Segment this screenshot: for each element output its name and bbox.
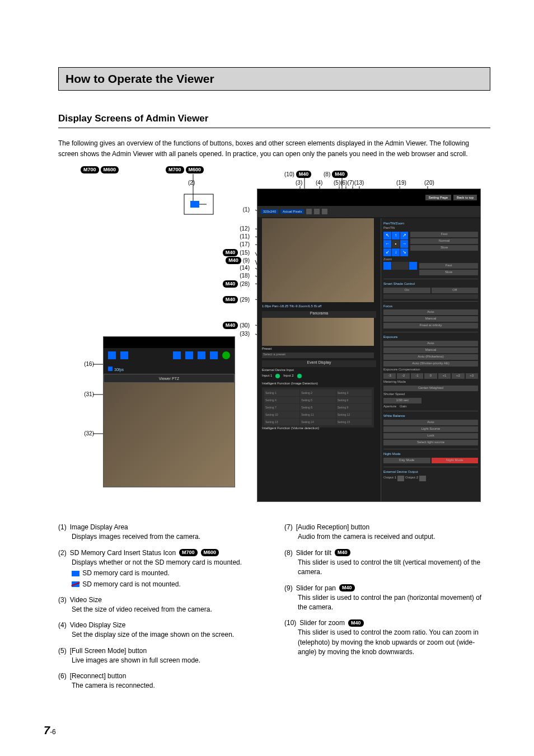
wb-auto[interactable]: Auto [383, 420, 478, 425]
preset-select[interactable]: Select a preset [262, 353, 374, 358]
back-to-top-button[interactable]: Back to top [453, 195, 477, 200]
video-size-select[interactable]: 320x240 [261, 209, 278, 214]
input2-label: Input 2 [283, 374, 293, 378]
exposure-manual[interactable]: Manual [383, 348, 478, 353]
item-title: SD Memory Card Insert Status Icon [70, 549, 176, 557]
item-body: Live images are shown in full screen mod… [58, 656, 264, 665]
exposure-flickerless[interactable]: Auto (Flickerless) [383, 354, 478, 360]
item-number: (10) [284, 619, 296, 627]
item-body: The camera is reconnected. [58, 681, 264, 691]
smart-shade-off[interactable]: Off [432, 288, 479, 293]
output1-label: Output 1 [383, 476, 396, 481]
tag-m40: M40 [339, 584, 355, 591]
input2-indicator [297, 374, 302, 378]
zoom-in-button[interactable] [383, 262, 391, 270]
tag-m40: M40 [296, 171, 312, 178]
speed-normal[interactable]: Normal [410, 238, 478, 244]
item-number: (4) [58, 621, 67, 629]
white-balance-header: White Balance [383, 414, 478, 419]
video-display-size-select[interactable]: Actual Pixels [280, 209, 304, 214]
callout-12: (12) [199, 226, 250, 232]
viewer-ptz-image[interactable] [104, 383, 235, 487]
zoom-fast[interactable]: Fast [419, 263, 478, 269]
speed-fast[interactable]: Fast [410, 232, 478, 237]
ptz-header: Pan/Tilt/Zoom [383, 222, 478, 226]
sd-card-icon [190, 201, 199, 208]
toolbar-icon[interactable] [198, 351, 205, 359]
wb-light-source[interactable]: Light Source [383, 426, 478, 432]
item-title: Slider for pan [296, 584, 336, 592]
callout-9: M40(9) [199, 257, 250, 264]
metering-select[interactable]: Center-Weighted [383, 386, 478, 391]
setting-cell: Setting 1 [264, 389, 299, 396]
reconnect-icon[interactable] [314, 209, 320, 214]
exposure-comp-label: Exposure Compensation [383, 368, 478, 372]
list-item: (5)[Full Screen Mode] buttonLive images … [58, 647, 264, 665]
toolbar-icon[interactable] [185, 351, 193, 359]
toolbar-icon[interactable] [210, 351, 218, 359]
speed-slow[interactable]: Slow [410, 245, 478, 251]
list-item: (6)[Reconnect] buttonThe camera is recon… [58, 672, 264, 691]
pan-tilt-pad[interactable]: ↖↑↗ ←•→ ↙↓↘ [383, 232, 408, 256]
tag-m40: M40 [223, 322, 238, 329]
shutter-speed-label: Shutter Speed [383, 392, 478, 397]
smart-shade-slider[interactable] [383, 294, 478, 299]
toolbar-icon[interactable] [108, 351, 116, 359]
callout-31: (31) [75, 391, 94, 397]
focus-infinity[interactable]: Fixed at infinity [383, 323, 478, 328]
figure: M700 M600 M700 M600 (10)M40(8)M40(3)(4)(… [58, 166, 490, 513]
shutter-speed-value[interactable]: 1/30 sec [383, 398, 421, 403]
smart-shade-on[interactable]: On [383, 288, 430, 293]
zoom-out-button[interactable] [409, 262, 417, 270]
intro-paragraph: The following gives an overview of the f… [58, 138, 490, 159]
tag-m600: M600 [186, 166, 204, 173]
callout-2: (2) [188, 180, 195, 186]
callout-3: (3) [296, 180, 302, 186]
item-body: Displays whether or not the SD memory ca… [58, 558, 264, 567]
audio-reception-icon[interactable] [322, 209, 327, 214]
wb-select[interactable]: Select light source [383, 440, 478, 445]
item-number: (7) [284, 523, 293, 531]
settings-grid: Setting 1Setting 2Setting 3 Setting 4Set… [262, 387, 374, 428]
setting-page-button[interactable]: Setting Page [425, 195, 451, 200]
section-heading: Display Screens of Admin Viewer [58, 113, 490, 128]
zoom-slider[interactable] [392, 262, 409, 270]
item-body: Set the size of video received from the … [58, 605, 264, 614]
output1-toggle[interactable] [397, 476, 404, 481]
fps-label: 30fps [114, 368, 124, 372]
exposure-auto[interactable]: Auto [383, 341, 478, 346]
exposure-header: Exposure [383, 335, 478, 340]
callout-19: (19) [396, 180, 406, 186]
zoom-label: Zoom [383, 257, 478, 262]
night-mode-button[interactable]: Night Mode [432, 458, 479, 463]
info-icon [108, 367, 113, 371]
toolbar-icon[interactable] [173, 351, 181, 359]
item-body: Set the display size of the image shown … [58, 630, 264, 640]
input1-label: Input 1 [262, 374, 272, 378]
intelligent-function-label: Intelligent Function (Image Detection) [262, 382, 318, 385]
sd-card-mounted-icon [72, 571, 79, 576]
page-number: -6 [50, 728, 56, 736]
toolbar-icon[interactable] [120, 351, 128, 359]
callout-17: (17) [199, 241, 250, 247]
item-title: [Reconnect] button [70, 672, 127, 680]
zoom-slow[interactable]: Slow [419, 270, 478, 275]
ext-input-label: External Device Input [262, 368, 294, 372]
tag-m700: M700 [166, 166, 184, 173]
exposure-comp-steps[interactable]: -3-2-10+1+2+3 [383, 373, 478, 379]
callout-15: M40(15) [199, 249, 250, 256]
input1-indicator [275, 374, 280, 378]
item-number: (5) [58, 647, 67, 655]
full-screen-icon[interactable] [306, 209, 312, 214]
ext-output-header: External Device Output [383, 470, 478, 475]
focus-auto[interactable]: Auto [383, 309, 478, 315]
wb-lock[interactable]: Lock [383, 433, 478, 439]
status-line: 1.0fps Pan:-18.25 Tilt:-9 Zoom:6.5 IS:of… [262, 304, 374, 308]
output2-toggle[interactable] [419, 476, 426, 481]
exposure-priority[interactable]: Auto (Shutter-priority AE) [383, 361, 478, 367]
record-indicator [222, 351, 230, 359]
list-item: (3)Video SizeSet the size of video recei… [58, 596, 264, 614]
day-mode-button[interactable]: Day Mode [383, 458, 430, 463]
focus-manual[interactable]: Manual [383, 316, 478, 322]
page-footer: 7-6 [44, 724, 56, 737]
